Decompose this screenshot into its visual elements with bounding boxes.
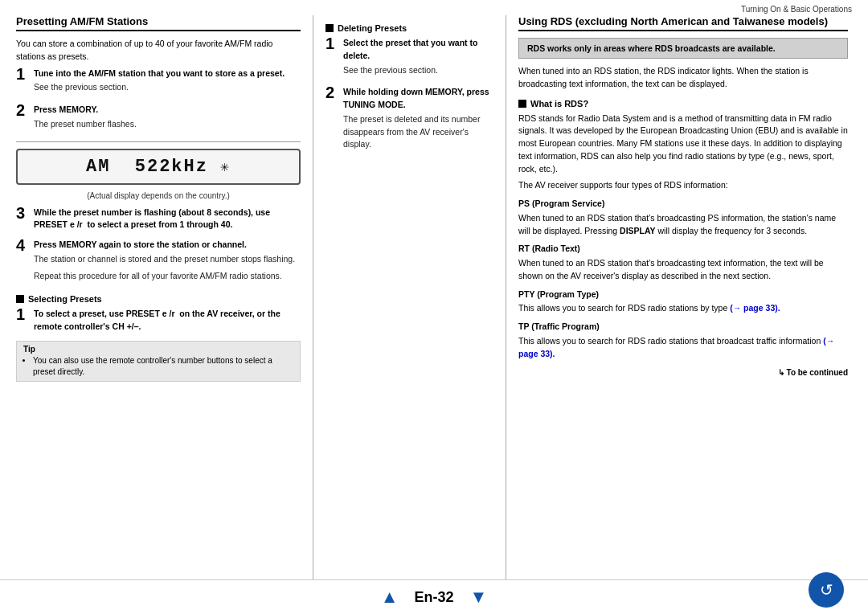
tp-desc: This allows you to search for RDS radio … <box>518 335 848 361</box>
step-4-num: 4 <box>16 237 34 253</box>
deleting-presets-header: Deleting Presets <box>326 23 493 33</box>
arrow-down-icon[interactable]: ▼ <box>470 587 488 608</box>
step-1-num: 1 <box>16 66 34 82</box>
black-square-icon <box>16 295 24 303</box>
step-2-title: Press MEMORY. <box>34 104 301 117</box>
deleting-step-1-title: Select the preset that you want to delet… <box>343 37 493 63</box>
step-3-title: While the preset number is flashing (abo… <box>34 207 301 232</box>
deleting-step-2-content: While holding down MEMORY, press TUNING … <box>343 86 493 155</box>
black-square-icon-2 <box>326 24 334 32</box>
to-be-continued: ↳ To be continued <box>518 366 848 379</box>
tp-desc-text: This allows you to search for RDS radio … <box>518 336 821 346</box>
rds-highlight-text: RDS works only in areas where RDS broadc… <box>527 43 776 53</box>
deleting-step-2-title: While holding down MEMORY, press TUNING … <box>343 86 493 112</box>
top-bar-text: Turning On & Basic Operations <box>741 5 852 14</box>
step-4-desc: The station or channel is stored and the… <box>34 253 301 266</box>
rt-header: RT (Radio Text) <box>518 243 848 256</box>
content-area: Presetting AM/FM Stations You can store … <box>0 15 868 579</box>
deleting-presets-title: Deleting Presets <box>338 23 407 33</box>
left-intro: You can store a combination of up to 40 … <box>16 38 301 63</box>
step-4-desc2: Repeat this procedure for all of your fa… <box>34 270 301 283</box>
selecting-step-1-content: To select a preset, use PRESET e /r on t… <box>34 308 301 335</box>
rt-desc: When tuned to an RDS station that's broa… <box>518 257 848 283</box>
rds-description: RDS stands for Radio Data System and is … <box>518 113 848 176</box>
step-4-title: Press MEMORY again to store the station … <box>34 239 301 252</box>
deleting-step-2-desc: The preset is deleted and its number dis… <box>343 113 493 151</box>
tip-list: You can also use the remote controller's… <box>23 355 293 378</box>
deleting-step-1-num: 1 <box>326 35 343 51</box>
step-2-content: Press MEMORY. The preset number flashes. <box>34 104 301 135</box>
right-section-title: Using RDS (excluding North American and … <box>518 15 848 31</box>
pty-desc: This allows you to search for RDS radio … <box>518 302 848 315</box>
middle-column: Deleting Presets 1 Select the preset tha… <box>313 15 506 579</box>
arrow-up-icon[interactable]: ▲ <box>381 587 399 608</box>
page-number: En-32 <box>414 589 453 606</box>
back-icon: ↺ <box>820 580 833 600</box>
left-step-4: 4 Press MEMORY again to store the statio… <box>16 239 301 286</box>
display-box: AM 522kHz ✳ <box>16 149 301 185</box>
pty-desc-text: This allows you to search for RDS radio … <box>518 303 727 313</box>
selecting-presets-header: Selecting Presets <box>16 294 301 304</box>
back-button[interactable]: ↺ <box>809 572 844 608</box>
pty-header: PTY (Program Type) <box>518 289 848 301</box>
step-1-desc: See the previous section. <box>34 81 301 94</box>
step-3-num: 3 <box>16 205 34 221</box>
rds-intro: When tuned into an RDS station, the RDS … <box>518 65 848 91</box>
display-text: AM 522kHz ✳ <box>86 157 231 177</box>
selecting-step-1-title: To select a preset, use PRESET e /r on t… <box>34 308 301 334</box>
av-supports: The AV receiver supports four types of R… <box>518 179 848 192</box>
step-4-content: Press MEMORY again to store the station … <box>34 239 301 286</box>
step-3-content: While the preset number is flashing (abo… <box>34 207 301 234</box>
black-square-icon-3 <box>518 100 526 108</box>
tip-label: Tip <box>23 345 293 354</box>
step-1-content: Tune into the AM/FM station that you wan… <box>34 68 301 99</box>
ps-desc-text: When tuned to an RDS station that's broa… <box>518 213 836 235</box>
right-column: Using RDS (excluding North American and … <box>506 15 860 579</box>
tip-item: You can also use the remote controller's… <box>33 355 293 378</box>
pty-link[interactable]: (→ page 33). <box>730 303 780 313</box>
tp-header: TP (Traffic Program) <box>518 321 848 334</box>
selecting-step-1-num: 1 <box>16 306 34 322</box>
left-step-3: 3 While the preset number is flashing (a… <box>16 207 301 234</box>
divider <box>16 141 301 142</box>
left-section-title: Presetting AM/FM Stations <box>16 15 301 31</box>
top-bar: Turning On & Basic Operations <box>0 0 868 15</box>
step-2-num: 2 <box>16 102 34 118</box>
left-step-1: 1 Tune into the AM/FM station that you w… <box>16 68 301 99</box>
ps-desc: When tuned to an RDS station that's broa… <box>518 212 848 238</box>
what-is-rds-header: What is RDS? <box>518 99 848 108</box>
actual-display-note: (Actual display depends on the country.) <box>16 190 301 202</box>
selecting-step-1: 1 To select a preset, use PRESET e /r on… <box>16 308 301 335</box>
deleting-step-1-content: Select the preset that you want to delet… <box>343 37 493 80</box>
selecting-presets-title: Selecting Presets <box>28 294 102 304</box>
left-step-2: 2 Press MEMORY. The preset number flashe… <box>16 104 301 135</box>
what-is-rds-section: What is RDS? RDS stands for Radio Data S… <box>518 99 848 176</box>
step-1-title: Tune into the AM/FM station that you wan… <box>34 68 301 80</box>
step-2-desc: The preset number flashes. <box>34 118 301 131</box>
deleting-step-1: 1 Select the preset that you want to del… <box>326 37 493 80</box>
what-is-rds-title: What is RDS? <box>530 99 588 108</box>
deleting-step-2-num: 2 <box>326 84 343 100</box>
deleting-step-1-desc: See the previous section. <box>343 64 493 77</box>
tip-box: Tip You can also use the remote controll… <box>16 341 301 382</box>
page-container: Turning On & Basic Operations Presetting… <box>0 0 868 614</box>
left-column: Presetting AM/FM Stations You can store … <box>8 15 313 579</box>
bottom-bar: ▲ En-32 ▼ ↺ <box>0 579 868 614</box>
deleting-step-2: 2 While holding down MEMORY, press TUNIN… <box>326 86 493 155</box>
rds-highlight-box: RDS works only in areas where RDS broadc… <box>518 38 848 59</box>
right-title-text: Using RDS (excluding North American and … <box>518 15 828 27</box>
ps-header: PS (Program Service) <box>518 198 848 211</box>
page-indicator: ▲ En-32 ▼ <box>381 587 488 608</box>
